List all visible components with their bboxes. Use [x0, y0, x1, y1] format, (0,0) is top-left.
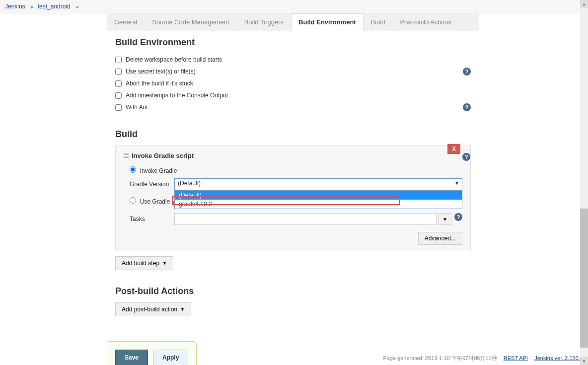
input-tasks[interactable]	[174, 213, 437, 225]
save-button[interactable]: Save	[115, 350, 148, 365]
chevron-right-icon: ▸	[31, 4, 34, 9]
heading-post-build: Post-build Actions	[115, 286, 471, 296]
label-gradle-version: Gradle Version	[130, 178, 174, 188]
option-gradle4102[interactable]: gradle4.10.2	[175, 200, 462, 209]
chevron-right-icon: ▸	[76, 4, 79, 9]
add-post-build-action-button[interactable]: Add post-build action ▼	[115, 302, 191, 316]
tab-build-environment[interactable]: Build Environment	[291, 13, 364, 31]
help-icon[interactable]: ?	[463, 103, 471, 111]
breadcrumb: Jenkins ▸ test_android ▸	[0, 0, 588, 13]
advanced-button[interactable]: Advanced...	[418, 232, 462, 245]
section-post-build: Post-build Actions Add post-build action…	[107, 280, 479, 326]
apply-button[interactable]: Apply	[153, 350, 188, 365]
footer-version-link[interactable]: Jenkins ver. 2.150.1	[534, 355, 583, 361]
breadcrumb-job[interactable]: test_android	[38, 3, 71, 10]
build-step-gradle: X ? Invoke Gradle script Invoke Gradle G…	[115, 146, 471, 251]
heading-build-environment: Build Environment	[115, 37, 471, 48]
scroll-down-button[interactable]: ▼	[580, 357, 588, 365]
help-icon[interactable]: ?	[454, 213, 462, 221]
tasks-expand-button[interactable]: ▼	[439, 213, 451, 225]
label-delete-workspace: Delete workspace before build starts	[126, 56, 222, 63]
heading-build: Build	[115, 129, 471, 140]
breadcrumb-root[interactable]: Jenkins	[5, 3, 25, 10]
build-step-title: Invoke Gradle script	[132, 152, 194, 159]
scroll-thumb[interactable]	[580, 209, 588, 348]
add-build-step-button[interactable]: Add build step ▼	[115, 256, 173, 270]
checkbox-delete-workspace[interactable]	[115, 57, 122, 63]
delete-step-button[interactable]: X	[447, 144, 460, 154]
chevron-down-icon: ▼	[454, 180, 459, 186]
radio-invoke-gradle[interactable]	[130, 166, 136, 173]
chevron-down-icon: ▼	[180, 307, 185, 312]
help-icon[interactable]: ?	[462, 153, 470, 161]
option-default[interactable]: (Default)	[175, 191, 462, 200]
footer-restapi-link[interactable]: REST API	[504, 355, 528, 361]
checkbox-with-ant[interactable]	[115, 104, 122, 111]
tab-post-build[interactable]: Post-build Actions	[393, 13, 459, 31]
scrollbar-vertical[interactable]: ▲ ▼	[580, 0, 588, 365]
footer-generated: Page generated: 2019-1-10 下午07时06分11秒	[383, 355, 497, 361]
select-gradle-version-value: (Default)	[178, 180, 201, 187]
save-apply-bar: Save Apply	[107, 341, 197, 365]
tab-scm[interactable]: Source Code Management	[145, 13, 236, 31]
label-abort-stuck: Abort the build if it's stuck	[126, 80, 193, 87]
label-use-secret: Use secret text(s) or file(s)	[126, 68, 196, 75]
page-footer: Page generated: 2019-1-10 下午07时06分11秒 RE…	[383, 352, 583, 365]
select-gradle-version[interactable]: (Default) ▼	[174, 178, 462, 190]
dropdown-gradle-version: (Default) gradle4.10.2	[174, 190, 462, 209]
label-timestamps: Add timestamps to the Console Output	[126, 92, 228, 99]
checkbox-use-secret[interactable]	[115, 69, 122, 75]
tab-general[interactable]: General	[107, 13, 145, 31]
checkbox-abort-stuck[interactable]	[115, 80, 122, 87]
config-tabs: General Source Code Management Build Tri…	[107, 13, 479, 31]
tab-triggers[interactable]: Build Triggers	[237, 13, 291, 31]
add-build-step-label: Add build step	[122, 260, 159, 267]
tab-build[interactable]: Build	[364, 13, 393, 31]
section-build: Build X ? Invoke Gradle script Invoke Gr…	[107, 123, 479, 280]
chevron-down-icon: ▼	[162, 261, 167, 266]
label-tasks: Tasks	[130, 213, 174, 222]
drag-handle-icon[interactable]	[124, 153, 129, 159]
add-post-build-action-label: Add post-build action	[122, 306, 177, 313]
label-with-ant: With Ant	[126, 104, 148, 111]
radio-use-wrapper[interactable]	[130, 197, 136, 204]
checkbox-timestamps[interactable]	[115, 92, 122, 99]
help-icon[interactable]: ?	[463, 68, 471, 75]
scroll-up-button[interactable]: ▲	[580, 0, 588, 8]
section-build-environment: Build Environment Delete workspace befor…	[107, 31, 479, 123]
label-invoke-gradle: Invoke Gradle	[140, 167, 177, 174]
